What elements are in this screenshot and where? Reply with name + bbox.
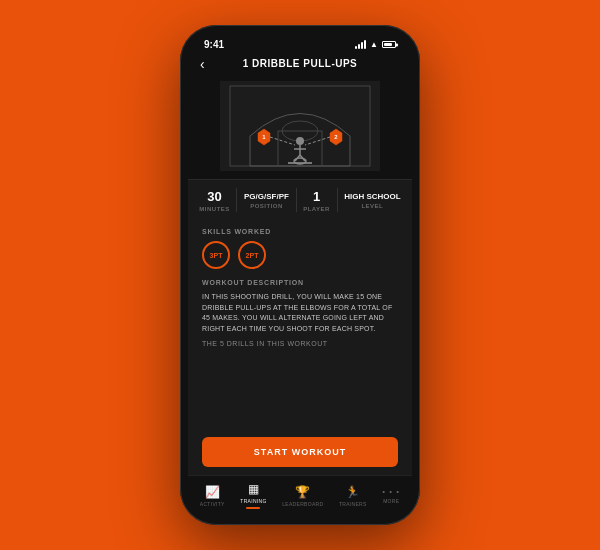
back-button[interactable]: ‹: [200, 56, 205, 72]
status-bar: 9:41 ▲: [188, 33, 412, 52]
trainers-label: TRAINERS: [339, 501, 367, 507]
position-value: PG/G/SF/PF: [244, 192, 289, 201]
nav-item-activity[interactable]: 📈 ACTIVITY: [200, 485, 225, 507]
start-workout-button[interactable]: START WORKOUT: [202, 437, 398, 467]
court-diagram: 1 2: [220, 81, 380, 171]
drills-label: THE 5 DRILLS IN THIS WORKOUT: [202, 340, 398, 347]
description-label: WORKOUT DESCRIPTION: [202, 279, 398, 286]
nav-item-trainers[interactable]: 🏃 TRAINERS: [339, 485, 367, 507]
training-icon: ▦: [248, 482, 259, 496]
trainers-icon: 🏃: [345, 485, 360, 499]
minutes-label: MINUTES: [199, 206, 230, 212]
stat-position: PG/G/SF/PF POSITION: [244, 192, 289, 209]
skills-section: SKILLS WORKED 3PT 2PT: [188, 220, 412, 273]
court-container: 1 2: [188, 77, 412, 179]
stat-level: HIGH SCHOOL LEVEL: [344, 192, 400, 209]
description-text: IN THIS SHOOTING DRILL, YOU WILL MAKE 15…: [202, 292, 398, 334]
description-section: WORKOUT DESCRIPTION IN THIS SHOOTING DRI…: [188, 273, 412, 351]
status-time: 9:41: [204, 39, 224, 50]
skill-2pt-label: 2PT: [246, 252, 259, 259]
more-label: MORE: [383, 498, 399, 504]
phone-screen: 9:41 ▲ ‹ 1 DRIBBLE PULL-UPS: [188, 33, 412, 517]
battery-icon: [382, 41, 396, 48]
stat-player: 1 PLAYER: [303, 189, 330, 212]
page-title: 1 DRIBBLE PULL-UPS: [243, 58, 358, 69]
nav-item-leaderboard[interactable]: 🏆 LEADERBOARD: [282, 485, 323, 507]
skill-3pt-label: 3PT: [210, 252, 223, 259]
wifi-icon: ▲: [370, 40, 378, 49]
level-label: LEVEL: [361, 203, 383, 209]
skill-2pt: 2PT: [238, 241, 266, 269]
bottom-nav: 📈 ACTIVITY ▦ TRAINING 🏆 LEADERBOARD 🏃 TR…: [188, 475, 412, 517]
player-label: PLAYER: [303, 206, 330, 212]
leaderboard-icon: 🏆: [295, 485, 310, 499]
position-label: POSITION: [250, 203, 283, 209]
spacer: [188, 351, 412, 431]
start-btn-container: START WORKOUT: [188, 431, 412, 475]
leaderboard-label: LEADERBOARD: [282, 501, 323, 507]
stat-divider-2: [296, 188, 297, 212]
activity-icon: 📈: [205, 485, 220, 499]
level-value: HIGH SCHOOL: [344, 192, 400, 201]
activity-label: ACTIVITY: [200, 501, 225, 507]
nav-item-more[interactable]: • • • MORE: [382, 487, 400, 504]
status-icons: ▲: [355, 40, 396, 49]
skills-label: SKILLS WORKED: [202, 228, 398, 235]
nav-item-training[interactable]: ▦ TRAINING: [240, 482, 266, 509]
phone-device: 9:41 ▲ ‹ 1 DRIBBLE PULL-UPS: [180, 25, 420, 525]
training-label: TRAINING: [240, 498, 266, 504]
stat-divider-1: [236, 188, 237, 212]
header: ‹ 1 DRIBBLE PULL-UPS: [188, 52, 412, 77]
skills-row: 3PT 2PT: [202, 241, 398, 269]
skill-3pt: 3PT: [202, 241, 230, 269]
stat-minutes: 30 MINUTES: [199, 189, 230, 212]
stat-divider-3: [337, 188, 338, 212]
nav-active-indicator: [246, 507, 260, 509]
signal-icon: [355, 40, 366, 49]
player-value: 1: [313, 189, 320, 204]
svg-point-6: [296, 137, 304, 145]
more-icon: • • •: [382, 487, 400, 496]
minutes-value: 30: [207, 189, 221, 204]
stats-row: 30 MINUTES PG/G/SF/PF POSITION 1 PLAYER …: [188, 179, 412, 220]
